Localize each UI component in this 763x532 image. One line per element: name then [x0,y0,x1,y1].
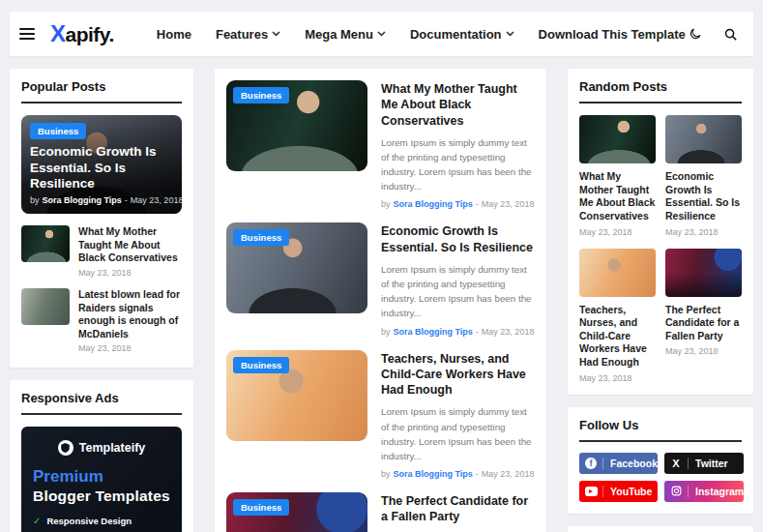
post-title[interactable]: Teachers, Nurses, and Child-Care Workers… [381,351,535,399]
author-link[interactable]: Sora Blogging Tips [394,469,473,479]
post-excerpt: Lorem Ipsum is simply dummy text of the … [381,135,535,194]
post-date: May 23, 2018 [665,346,742,356]
post-row: Business Economic Growth Is Essential. S… [226,222,535,336]
post-thumbnail[interactable] [579,249,656,297]
logo-text: apify. [66,23,114,45]
featured-post[interactable]: Business Economic Growth Is Essential. S… [21,115,182,214]
check-icon: ✓ [33,514,41,528]
section-head: Random Posts [579,69,742,103]
responsive-ads-widget: Responsive Ads Templateify Premium Blogg… [10,380,193,532]
youtube-icon [579,487,602,496]
post-title[interactable]: The Perfect Candidate for a Fallen Party [665,304,742,343]
list-item: What My Mother Taught Me About Black Con… [21,225,182,278]
post-excerpt: Lorem Ipsum is simply dummy text of the … [381,262,535,321]
category-badge[interactable]: Business [233,87,289,103]
section-head: Follow Us [579,407,742,442]
templateify-logo-icon [58,440,73,456]
youtube-button[interactable]: YouTube [579,481,658,502]
post-title[interactable]: Latest blown lead for Raiders signals en… [78,288,182,341]
post-title[interactable]: What My Mother Taught Me About Black Con… [579,170,656,223]
navbar: Xapify. Home Features Mega Menu Document… [10,12,753,56]
search-icon [723,27,738,42]
dark-mode-toggle[interactable] [689,27,702,41]
list-item: Economic Growth Is Essential. So Is Resi… [665,115,742,237]
post-image[interactable]: Business [226,80,367,171]
post-title[interactable]: Economic Growth Is Essential. So Is Resi… [381,223,535,255]
post-thumbnail[interactable] [579,115,656,163]
social-buttons: f Facebook X Twitter YouTube [568,442,753,514]
search-button[interactable] [723,27,738,42]
ad-feature: ✓Responsive Design [33,514,170,528]
category-badge[interactable]: Business [233,229,289,246]
instagram-button[interactable]: Instagram [664,481,744,502]
section-head: Popular Posts [21,69,182,103]
facebook-icon: f [579,458,602,469]
nav-item-download-template[interactable]: Download This Template [539,27,686,42]
post-list: Business What My Mother Taught Me About … [215,69,546,532]
section-title: Responsive Ads [21,391,182,405]
nav-item-home[interactable]: Home [157,27,191,42]
nav-icons [689,27,738,42]
content: Popular Posts Business Economic Growth I… [10,69,753,532]
post-image[interactable]: Business [226,222,367,313]
list-item: Teachers, Nurses, and Child-Care Workers… [579,249,656,383]
logo-accent-letter: X [50,20,66,46]
byline: by Sora Blogging Tips - May 23, 2018 [381,469,535,479]
twitter-button[interactable]: X Twitter [664,453,744,474]
post-title[interactable]: Teachers, Nurses, and Child-Care Workers… [579,304,656,369]
post-thumbnail[interactable] [21,288,70,325]
chevron-down-icon [506,31,514,37]
post-image[interactable]: Business [226,492,367,532]
list-item: The Perfect Candidate for a Fallen Party… [665,249,742,383]
nav-item-mega-menu[interactable]: Mega Menu [305,27,386,42]
post-date: May 23, 2018 [78,343,182,353]
author-link[interactable]: Sora Blogging Tips [394,199,473,209]
author-link[interactable]: Sora Blogging Tips [394,327,473,337]
facebook-button[interactable]: f Facebook [579,453,658,474]
post-date: May 23, 2018 [579,227,656,237]
post-thumbnail[interactable] [665,115,742,163]
featured-overlay: Business Economic Growth Is Essential. S… [21,115,182,214]
post-title[interactable]: What My Mother Taught Me About Black Con… [381,81,535,129]
byline: by Sora Blogging Tips - May 23, 2018 [381,199,535,209]
post-row: Business Teachers, Nurses, and Child-Car… [226,350,535,479]
post-date: May 23, 2018 [78,268,182,278]
ad-brand-name: Templateify [79,441,146,455]
section-head: Popular Posts [579,526,742,532]
post-date: May 23, 2018 [131,195,182,205]
left-sidebar: Popular Posts Business Economic Growth I… [10,69,193,532]
byline-by: by [30,195,40,205]
site-logo[interactable]: Xapify. [50,20,114,47]
nav-item-documentation[interactable]: Documentation [410,27,514,42]
nav-item-features[interactable]: Features [216,27,280,42]
ad-headline-accent: Premium [33,467,170,487]
author-link[interactable]: Sora Blogging Tips [43,195,122,205]
post-title[interactable]: Economic Growth Is Essential. So Is Resi… [665,170,742,223]
check-icon: ✓ [33,528,41,532]
post-date: May 23, 2018 [579,373,656,383]
post-thumbnail[interactable] [21,225,70,262]
category-badge[interactable]: Business [30,123,86,139]
post-date: May 23, 2018 [482,469,535,479]
post-excerpt: Lorem Ipsum is simply dummy text of the … [381,404,535,463]
section-head: Responsive Ads [21,380,182,415]
moon-icon [689,27,702,41]
post-row: Business The Perfect Candidate for a Fal… [226,492,535,532]
post-title[interactable]: The Perfect Candidate for a Fallen Party [381,493,535,525]
popular-posts-widget: Popular Posts Business Economic Growth I… [10,69,193,368]
byline: by Sora Blogging Tips - May 23, 2018 [30,195,173,205]
random-posts-grid: What My Mother Taught Me About Black Con… [568,103,753,395]
post-image[interactable]: Business [226,350,367,441]
ad-banner[interactable]: Templateify Premium Blogger Templates ✓R… [21,427,182,532]
ad-feature-list: ✓Responsive Design ✓Fast Loading ✓SEO Op… [33,514,170,532]
category-badge[interactable]: Business [233,499,289,516]
nav-menu: Home Features Mega Menu Documentation Do… [157,27,686,42]
featured-post-title[interactable]: Economic Growth Is Essential. So Is Resi… [30,144,173,192]
post-title[interactable]: What My Mother Taught Me About Black Con… [78,225,182,265]
category-badge[interactable]: Business [233,357,289,373]
section-title: Follow Us [579,418,742,432]
instagram-icon [664,486,688,496]
menu-icon[interactable] [19,28,35,40]
post-thumbnail[interactable] [665,249,742,297]
ad-brand: Templateify [33,440,170,456]
